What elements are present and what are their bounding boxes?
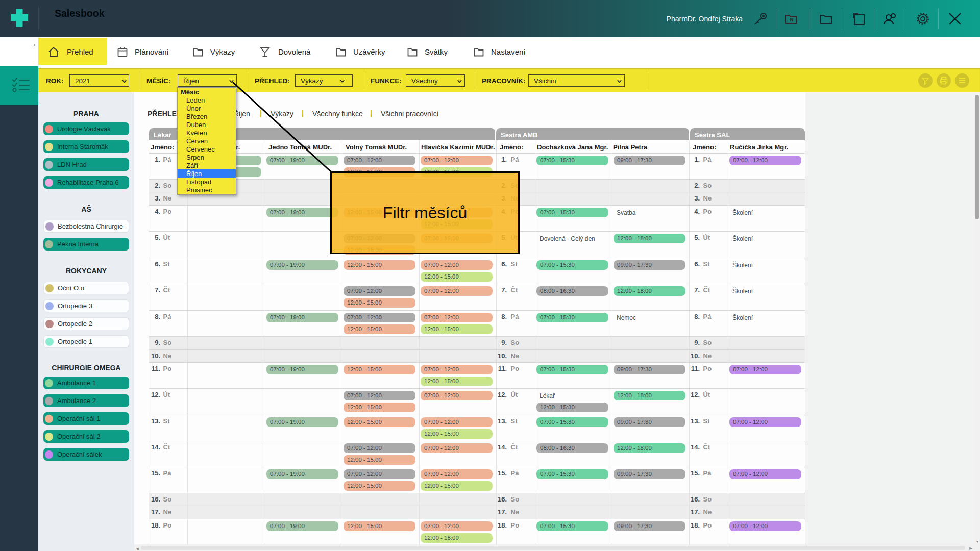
svg-text:N: N	[790, 17, 794, 22]
